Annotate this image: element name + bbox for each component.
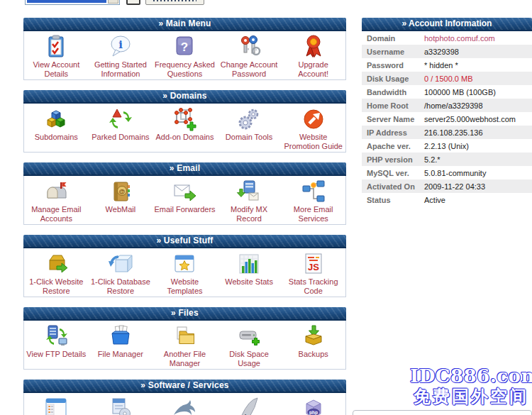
menu-item-label: 1-Click Database Restore: [89, 277, 153, 295]
menu-item-label: Email Forwarders: [153, 205, 217, 214]
menu-item-label: Backups: [281, 350, 345, 359]
menu-item-label: Change Account Password: [217, 60, 282, 78]
menu-item-label: Frequency Asked Questions: [153, 60, 217, 78]
menu-item-view-account-details[interactable]: View Account Details: [24, 31, 89, 78]
account-row-domain: Domainhotphoto.comuf.com: [362, 31, 532, 45]
menu-item-software-box-cd-icon[interactable]: [89, 393, 153, 415]
menu-item-1-click-database-restore[interactable]: 1-Click Database Restore: [89, 248, 153, 295]
menu-item-website-stats[interactable]: Website Stats: [217, 248, 282, 287]
section-body: 1-Click Website Restore1-Click Database …: [23, 248, 346, 297]
menu-item-website-promotion-guide[interactable]: Website Promotion Guide: [281, 104, 345, 150]
award-ribbon-icon: [300, 34, 327, 60]
menu-item-another-file-manager[interactable]: Another File Manager: [153, 321, 217, 367]
clipboard-check-icon: [43, 34, 70, 60]
menu-item-label: File Manager: [89, 350, 153, 359]
menu-item-file-manager[interactable]: File Manager: [89, 321, 153, 359]
watermark: IDC886.com 免费国外空间: [410, 366, 532, 407]
svg-text:i: i: [118, 38, 123, 51]
menu-item-1-click-website-restore[interactable]: 1-Click Website Restore: [24, 248, 89, 295]
chevron-down-icon[interactable]: [108, 0, 118, 4]
keys-icon: [235, 34, 262, 60]
menu-item-label: More Email Services: [281, 205, 345, 223]
account-row-value: 100000 MB (100GB): [424, 88, 532, 96]
menu-item-view-ftp-details[interactable]: View FTP Details: [24, 321, 89, 359]
menu-item-label: Website Stats: [217, 277, 282, 287]
menu-item-modify-mx-record[interactable]: Modify MX Record: [217, 176, 282, 223]
menu-item-label: View FTP Details: [24, 350, 89, 359]
account-row-value: /home/a3329398: [424, 101, 532, 110]
menu-item-stats-tracking-code[interactable]: JSStats Tracking Code: [281, 248, 345, 295]
promo-arrow-circle-icon: [300, 106, 327, 132]
go-button[interactable]: [126, 0, 140, 5]
menu-item-upgrade-account[interactable]: Upgrade Account!: [281, 31, 345, 78]
menu-item-website-templates[interactable]: Website Templates: [153, 248, 217, 295]
menu-item-email-forwarders[interactable]: Email Forwarders: [153, 176, 217, 214]
menu-item-label: Stats Tracking Code: [281, 277, 345, 295]
menu-item-subdomains[interactable]: Subdomains: [24, 104, 89, 142]
box-arrow-down-icon: [300, 323, 327, 349]
server-sync-monitor-icon: [43, 323, 70, 349]
account-row-server-name: Server Nameserver25.000webhost.com: [362, 112, 532, 126]
section-useful-stuff: » Useful Stuff1-Click Website Restore1-C…: [23, 235, 346, 297]
mailbox-icon: [43, 179, 70, 204]
section-domains: » DomainsSubdomainsParked DomainsAdd-on …: [23, 90, 346, 153]
account-row-value: * hidden *: [424, 61, 532, 70]
org-chart-star-icon: [300, 179, 327, 204]
create-new-button[interactable]: [145, 0, 204, 5]
file-box-icon: [107, 323, 134, 349]
info-bubble-icon: i: [107, 34, 134, 60]
section-email: » EmailManage Email Accounts@WebMailEmai…: [23, 162, 346, 225]
menu-item-add-on-domains[interactable]: Add-on Domains: [153, 104, 217, 142]
account-row-label: PHP version: [362, 155, 424, 164]
window-list-icon: [43, 396, 70, 415]
section-header: » Domains: [23, 90, 346, 104]
server-envelope-icon: [235, 179, 262, 204]
section-software-services: » Software / Servicesphpphp: [23, 380, 346, 415]
gears-icon: [235, 106, 262, 132]
menu-item-change-account-password[interactable]: Change Account Password: [217, 31, 282, 78]
account-row-apache-ver: Apache ver.2.2.13 (Unix): [362, 139, 532, 153]
section-header: » Main Menu: [23, 18, 346, 31]
account-row-label: IP Address: [362, 128, 424, 137]
section-files: » FilesView FTP DetailsFile ManagerAnoth…: [23, 307, 346, 370]
menu-item-label: Getting Started Information: [89, 60, 153, 78]
menu-item-more-email-services[interactable]: More Email Services: [281, 176, 345, 223]
account-info-panel: » Account Information Domainhotphoto.com…: [362, 18, 532, 206]
menu-item-parked-domains[interactable]: Parked Domains: [89, 104, 153, 142]
section-main-menu: » Main MenuView Account DetailsiGetting …: [23, 18, 346, 80]
section-body: View Account DetailsiGetting Started Inf…: [23, 31, 346, 80]
menu-item-label: Another File Manager: [153, 350, 217, 367]
phpmyadmin-sail-icon: php: [235, 396, 262, 415]
section-header: » Useful Stuff: [23, 235, 346, 248]
menu-item-label: Disk Space Usage: [217, 350, 282, 367]
menu-item-label: View Account Details: [24, 60, 89, 78]
menu-item-frequency-asked-questions[interactable]: ?Frequency Asked Questions: [153, 31, 217, 78]
menu-item-manage-email-accounts[interactable]: Manage Email Accounts: [24, 176, 89, 223]
menu-item-getting-started-information[interactable]: iGetting Started Information: [89, 31, 153, 78]
menu-item-disk-space-usage[interactable]: Disk Space Usage: [217, 321, 282, 367]
menu-item-mysql-dolphin-icon[interactable]: [153, 393, 217, 415]
svg-text:?: ?: [181, 40, 188, 54]
box-arrow-right-icon: [43, 251, 70, 277]
menu-item-phpmyadmin-sail-icon[interactable]: php: [217, 393, 282, 415]
menu-item-window-list-icon[interactable]: [24, 393, 89, 415]
menu-item-backups[interactable]: Backups: [281, 321, 345, 359]
menu-item-webmail[interactable]: @WebMail: [89, 176, 153, 214]
account-select[interactable]: [25, 0, 120, 5]
account-row-disk-usage: Disk Usage0 / 1500.0 MB: [362, 72, 532, 85]
menu-item-domain-tools[interactable]: Domain Tools: [217, 104, 282, 142]
account-row-value: 0 / 1500.0 MB: [424, 74, 532, 83]
account-row-label: Domain: [362, 34, 424, 43]
menu-item-label: 1-Click Website Restore: [24, 277, 89, 295]
php-cube-icon: php: [300, 396, 327, 415]
question-square-icon: ?: [171, 34, 198, 60]
top-form: [0, 0, 532, 6]
section-body: phpphp: [23, 393, 346, 415]
account-row-value: server25.000webhost.com: [424, 115, 532, 123]
account-row-home-root: Home Root/home/a3329398: [362, 99, 532, 112]
account-row-label: Bandwidth: [362, 88, 424, 96]
menu-item-label: Subdomains: [24, 133, 89, 142]
account-row-value[interactable]: hotphoto.comuf.com: [424, 34, 532, 43]
account-row-label: Disk Usage: [362, 74, 424, 83]
menu-item-php-cube-icon[interactable]: php: [281, 393, 345, 415]
